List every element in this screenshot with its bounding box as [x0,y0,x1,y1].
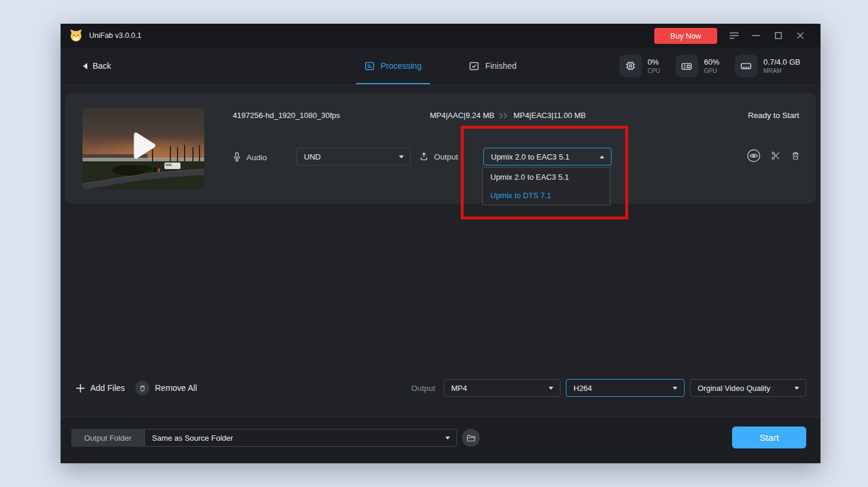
codec-select[interactable]: H264 [566,379,685,397]
cpu-label: CPU [648,68,660,74]
chevron-down-icon [399,155,404,158]
mram-label: MRAM [764,68,800,74]
cpu-value: 0% [648,58,660,68]
quality-select[interactable]: Orginal Video Quality [690,379,806,397]
mram-stat: 0.7/4.0 GB MRAM [735,55,800,77]
finished-check-icon [469,61,479,71]
audio-track-select[interactable]: UND [296,148,411,165]
remove-all-label: Remove All [155,383,197,393]
format-info: MP4|AAC|9.24 MB MP4|EAC3|11.00 MB [430,111,586,120]
audio-track-value: UND [304,152,321,161]
gpu-icon [676,55,698,77]
target-format: MP4|EAC3|11.00 MB [514,111,586,120]
chevron-up-icon [600,155,604,158]
navbar: Back Processing [61,47,821,85]
chevron-down-icon [673,387,677,390]
app-title: UniFab v3.0.0.1 [89,31,141,40]
buy-now-button[interactable]: Buy Now [654,28,717,44]
upload-icon [419,152,429,161]
output-row-label: Output [411,384,435,393]
add-files-label: Add Files [90,383,125,393]
app-window: UniFab v3.0.0.1 Buy Now [61,24,821,463]
source-format: MP4|AAC|9.24 MB [430,111,495,120]
quality-value: Orginal Video Quality [698,384,771,393]
menu-icon[interactable] [723,24,745,47]
audio-label: Audio [246,153,267,162]
upmix-select-value: Upmix 2.0 to EAC3 5.1 [491,152,569,161]
file-name: 4197256-hd_1920_1080_30fps [233,111,340,120]
minimize-icon[interactable] [745,24,767,47]
audio-group: Audio [233,152,267,163]
add-files-button[interactable]: Add Files [76,379,125,397]
codec-value: H264 [574,384,592,393]
microphone-icon [233,152,241,163]
cpu-icon [619,55,642,77]
container-format-select[interactable]: MP4 [443,379,560,397]
tab-processing[interactable]: Processing [365,47,422,84]
dropdown-option-upmix-dts[interactable]: Upmix to DTS 7.1 [483,186,610,205]
trim-scissors-icon[interactable] [771,151,781,161]
tab-finished-label: Finished [485,61,517,71]
system-stats: 0% CPU 60% GPU [619,47,800,84]
bottom-bar: Output Folder Same as Source Folder Star… [61,416,821,463]
gpu-stat: 60% GPU [676,55,720,77]
remove-all-button[interactable]: Remove All [135,379,197,397]
cpu-stat: 0% CPU [619,55,660,77]
chevron-down-icon [549,387,553,390]
upmix-select[interactable]: Upmix 2.0 to EAC3 5.1 [483,148,612,165]
plus-icon [76,384,85,393]
upmix-dropdown-panel: Upmix 2.0 to EAC3 5.1 Upmix to DTS 7.1 [482,167,610,205]
chevron-down-icon [445,437,450,440]
memory-icon [735,55,758,77]
video-thumbnail[interactable] [83,108,204,189]
titlebar: UniFab v3.0.0.1 Buy Now [61,24,821,47]
mram-value: 0.7/4.0 GB [764,58,800,68]
desktop-background: UniFab v3.0.0.1 Buy Now [0,0,868,487]
container-format-value: MP4 [451,384,467,393]
file-actions [747,149,800,163]
file-card: 4197256-hd_1920_1080_30fps MP4|AAC|9.24 … [65,93,816,203]
preview-eye-icon[interactable] [747,149,761,163]
output-folder-label: Output Folder [71,429,144,447]
status-text: Ready to Start [748,111,799,120]
chevron-down-icon [794,387,799,390]
double-chevron-right-icon [499,113,509,119]
output-format-row: Output MP4 H264 Orginal Video Quality [411,379,806,397]
app-logo-cat-icon [69,28,83,43]
folder-icon [467,434,476,442]
browse-folder-button[interactable] [462,429,480,447]
tab-finished[interactable]: Finished [469,47,517,84]
output-group: Output [419,152,458,161]
output-folder-select[interactable]: Same as Source Folder [144,429,457,447]
close-icon[interactable] [789,24,811,47]
start-button[interactable]: Start [732,426,806,448]
processing-list-icon [365,61,375,71]
dropdown-option-upmix-eac3[interactable]: Upmix 2.0 to EAC3 5.1 [483,168,610,186]
delete-trash-icon[interactable] [791,151,800,161]
trash-icon [135,381,150,395]
gpu-label: GPU [704,68,720,74]
tab-processing-label: Processing [381,61,422,71]
gpu-value: 60% [704,58,720,68]
output-label: Output [434,152,458,161]
maximize-icon[interactable] [767,24,789,47]
output-folder-value: Same as Source Folder [152,434,233,443]
